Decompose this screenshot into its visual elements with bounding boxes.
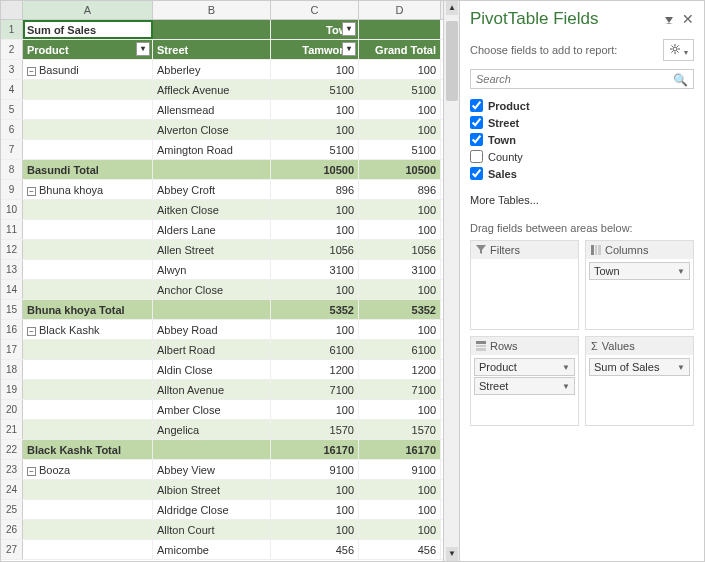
cell[interactable]: 100: [359, 60, 441, 79]
row-header[interactable]: 24: [1, 480, 23, 499]
cell[interactable]: Product▾▾: [23, 40, 153, 59]
chip-menu-arrow[interactable]: ▼: [677, 363, 685, 372]
field-chip[interactable]: Product▼: [474, 358, 575, 376]
field-chip[interactable]: Street▼: [474, 377, 575, 395]
cell[interactable]: Alwyn: [153, 260, 271, 279]
cell[interactable]: [23, 500, 153, 519]
cell[interactable]: 1200: [271, 360, 359, 379]
field-chip[interactable]: Town▼: [589, 262, 690, 280]
rows-area[interactable]: Rows Product▼Street▼: [470, 336, 579, 426]
cell[interactable]: Town▾: [271, 20, 359, 39]
row-header[interactable]: 8: [1, 160, 23, 179]
row-header[interactable]: 19: [1, 380, 23, 399]
cell[interactable]: 100: [271, 100, 359, 119]
cell[interactable]: [23, 220, 153, 239]
cell[interactable]: Amicombe: [153, 540, 271, 559]
col-header-B[interactable]: B: [153, 1, 271, 19]
row-header[interactable]: 4: [1, 80, 23, 99]
cell[interactable]: Albion Street: [153, 480, 271, 499]
row-header[interactable]: 5: [1, 100, 23, 119]
cell[interactable]: Aldin Close: [153, 360, 271, 379]
cell[interactable]: [23, 80, 153, 99]
row-header[interactable]: 16: [1, 320, 23, 339]
col-header-A[interactable]: A: [23, 1, 153, 19]
row-header[interactable]: 21: [1, 420, 23, 439]
cell[interactable]: [23, 100, 153, 119]
row-header[interactable]: 27: [1, 540, 23, 559]
cell[interactable]: 896: [359, 180, 441, 199]
cell[interactable]: 456: [359, 540, 441, 559]
field-chip[interactable]: Sum of Sales▼: [589, 358, 690, 376]
cell[interactable]: −Booza: [23, 460, 153, 479]
row-header[interactable]: 12: [1, 240, 23, 259]
cell[interactable]: Abbey Croft: [153, 180, 271, 199]
cell[interactable]: 100: [359, 200, 441, 219]
cell[interactable]: [23, 260, 153, 279]
cell[interactable]: 7100: [359, 380, 441, 399]
collapse-button[interactable]: −: [27, 67, 36, 76]
cell[interactable]: 6100: [271, 340, 359, 359]
chip-menu-arrow[interactable]: ▼: [677, 267, 685, 276]
cell[interactable]: 9100: [359, 460, 441, 479]
filter-dropdown[interactable]: ▾: [136, 42, 150, 56]
cell[interactable]: 896: [271, 180, 359, 199]
cell[interactable]: Sum of Sales: [23, 20, 153, 39]
cell[interactable]: Abbey View: [153, 460, 271, 479]
cell[interactable]: 456: [271, 540, 359, 559]
row-header[interactable]: 2: [1, 40, 23, 59]
collapse-button[interactable]: −: [27, 327, 36, 336]
cell[interactable]: [23, 540, 153, 559]
panel-expand-icon[interactable]: [665, 17, 673, 24]
cell[interactable]: [23, 200, 153, 219]
settings-button[interactable]: ▾: [663, 39, 694, 61]
cell[interactable]: 100: [271, 220, 359, 239]
cell[interactable]: 1056: [359, 240, 441, 259]
scroll-thumb[interactable]: [446, 21, 458, 101]
cell[interactable]: 1200: [359, 360, 441, 379]
cell[interactable]: Anchor Close: [153, 280, 271, 299]
row-header[interactable]: 20: [1, 400, 23, 419]
values-area[interactable]: ΣValues Sum of Sales▼: [585, 336, 694, 426]
cell[interactable]: 100: [359, 100, 441, 119]
filters-area[interactable]: Filters: [470, 240, 579, 330]
cell[interactable]: 100: [271, 500, 359, 519]
cell[interactable]: Abbey Road: [153, 320, 271, 339]
cell[interactable]: −Bhuna khoya: [23, 180, 153, 199]
cell[interactable]: [153, 300, 271, 319]
row-header[interactable]: 1: [1, 20, 23, 39]
cell[interactable]: 100: [271, 480, 359, 499]
cell[interactable]: [153, 160, 271, 179]
col-header-C[interactable]: C: [271, 1, 359, 19]
cell[interactable]: Aldridge Close: [153, 500, 271, 519]
close-panel-button[interactable]: ✕: [682, 11, 694, 27]
cell[interactable]: [23, 340, 153, 359]
columns-area[interactable]: Columns Town▼: [585, 240, 694, 330]
row-header[interactable]: 17: [1, 340, 23, 359]
select-all-corner[interactable]: [1, 1, 23, 19]
cell[interactable]: [23, 400, 153, 419]
field-checkbox[interactable]: [470, 99, 483, 112]
cell[interactable]: Allensmead: [153, 100, 271, 119]
cell[interactable]: Basundi Total: [23, 160, 153, 179]
cell[interactable]: 10500: [271, 160, 359, 179]
cell[interactable]: 100: [359, 480, 441, 499]
row-header[interactable]: 13: [1, 260, 23, 279]
vertical-scrollbar[interactable]: ▲ ▼: [443, 1, 459, 561]
chip-menu-arrow[interactable]: ▼: [562, 382, 570, 391]
cell[interactable]: Abberley: [153, 60, 271, 79]
cell[interactable]: 100: [359, 280, 441, 299]
row-header[interactable]: 9: [1, 180, 23, 199]
field-item[interactable]: Town: [470, 131, 694, 148]
cell[interactable]: [153, 440, 271, 459]
cell[interactable]: 16170: [271, 440, 359, 459]
cell[interactable]: Angelica: [153, 420, 271, 439]
cell[interactable]: [23, 360, 153, 379]
more-tables-link[interactable]: More Tables...: [470, 190, 694, 210]
row-header[interactable]: 26: [1, 520, 23, 539]
field-search-input[interactable]: [470, 69, 694, 89]
cell[interactable]: 100: [359, 320, 441, 339]
cell[interactable]: 5100: [271, 140, 359, 159]
cell[interactable]: 100: [271, 280, 359, 299]
scroll-down-arrow[interactable]: ▼: [446, 547, 458, 561]
cell[interactable]: Bhuna khoya Total: [23, 300, 153, 319]
